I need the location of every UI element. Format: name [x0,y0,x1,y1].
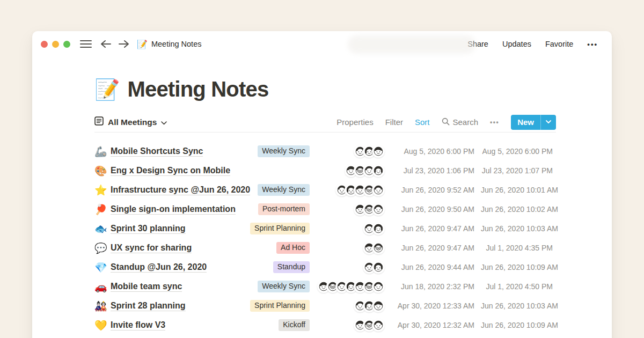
row-edited-cell[interactable]: Jun 26, 2020 10:03 AM [481,224,556,233]
row-title[interactable]: Invite flow V3 [111,320,165,330]
row-title[interactable]: Single sign-on implementation [111,204,236,215]
row-edited-cell[interactable]: Jun 26, 2020 10:02 AM [481,205,556,214]
artifact-smudge [348,35,475,54]
page-title[interactable]: Meeting Notes [127,77,268,101]
zoom-window-button[interactable] [63,41,70,48]
row-title[interactable]: Mobile Shortcuts Sync [111,146,203,157]
attendee-avatar [372,203,385,216]
row-created-cell[interactable]: Aug 5, 2020 6:00 PM [391,147,474,156]
row-attendees-cell[interactable] [316,203,385,216]
row-emoji-icon: 🎨 [94,166,111,176]
row-title[interactable]: UX sync for sharing [111,243,192,253]
row-edited-cell[interactable]: Jul 1, 2020 4:50 PM [481,282,556,291]
breadcrumb-title: Meeting Notes [151,40,202,48]
back-arrow-icon[interactable] [100,40,111,48]
row-title-cell: Sprint 30 planning [111,224,218,233]
close-window-button[interactable] [41,41,48,48]
row-created-cell[interactable]: Jun 26, 2020 9:44 AM [391,263,474,271]
view-switcher-label: All Meetings [108,117,157,127]
row-edited-cell[interactable]: Jun 26, 2020 10:03 AM [481,302,556,310]
type-tag-pill[interactable]: Sprint Planning [250,300,310,312]
row-title[interactable]: Eng x Design Sync on Mobile [111,166,230,176]
new-button-chevron-icon[interactable] [540,115,556,130]
favorite-button[interactable]: Favorite [545,40,573,48]
breadcrumb: 📝 Meeting Notes [137,39,201,49]
forward-arrow-icon[interactable] [119,40,129,48]
memo-emoji-icon: 📝 [137,39,148,49]
row-attendees-cell[interactable] [316,299,385,312]
app-window: 📝 Meeting Notes Share Updates Favorite •… [32,31,612,338]
row-edited-cell[interactable]: Jun 26, 2020 10:09 AM [481,321,556,329]
search-button[interactable]: Search [442,117,479,127]
more-options-icon[interactable]: ••• [587,40,598,48]
row-type-cell[interactable]: Weekly Sync [218,145,310,158]
type-tag-pill[interactable]: Kickoff [279,319,310,332]
type-tag-pill[interactable]: Ad Hoc [276,242,310,254]
row-created-cell[interactable]: Jun 26, 2020 9:47 AM [391,224,474,233]
new-button-label[interactable]: New [511,115,540,130]
row-title-cell: Single sign-on implementation [111,204,218,214]
table-row: 💎Standup @Jun 26, 2020StandupJun 26, 202… [94,258,556,277]
filter-button[interactable]: Filter [385,117,403,127]
row-created-cell[interactable]: Jul 23, 2020 1:06 PM [391,166,474,175]
type-tag-pill[interactable]: Standup [273,261,310,274]
row-type-cell[interactable]: Post-mortem [218,203,310,216]
minimize-window-button[interactable] [52,41,59,48]
type-tag-pill[interactable]: Sprint Planning [250,223,310,235]
row-created-cell[interactable]: Jun 26, 2020 9:47 AM [391,244,474,252]
row-emoji-icon: ⭐ [94,185,111,195]
row-type-cell[interactable]: Weekly Sync [218,281,310,293]
row-attendees-cell[interactable] [316,241,385,254]
row-emoji-icon: 🏓 [94,204,111,215]
row-attendees-cell[interactable] [316,164,385,177]
row-created-cell[interactable]: Jun 26, 2020 9:52 AM [391,186,474,194]
row-type-cell[interactable]: Sprint Planning [218,300,310,312]
row-type-cell[interactable]: Standup [218,261,310,274]
row-edited-cell[interactable]: Jul 23, 2020 1:07 PM [481,166,556,175]
row-edited-cell[interactable]: Jun 26, 2020 10:01 AM [481,186,556,194]
row-title-cell: Invite flow V3 [111,320,218,330]
properties-button[interactable]: Properties [336,117,373,127]
row-emoji-icon: 💬 [94,243,111,253]
row-created-cell[interactable]: Apr 30, 2020 12:33 AM [391,302,474,310]
row-created-cell[interactable]: Jun 18, 2020 2:32 PM [391,282,474,291]
row-attendees-cell[interactable] [316,183,385,196]
row-edited-cell[interactable]: Jul 1, 2020 4:35 PM [481,244,556,252]
row-title[interactable]: Standup @Jun 26, 2020 [111,262,207,273]
type-tag-pill[interactable]: Weekly Sync [258,281,310,293]
row-title-cell: Infrastructure sync @Jun 26, 2020 [111,185,218,195]
type-tag-pill[interactable]: Weekly Sync [258,145,310,158]
row-emoji-icon: 💎 [94,262,111,273]
updates-button[interactable]: Updates [502,40,531,48]
row-type-cell[interactable]: Weekly Sync [218,184,310,196]
row-emoji-icon: 💛 [94,320,111,330]
row-emoji-icon: 🎎 [94,301,111,311]
row-attendees-cell[interactable] [316,145,385,158]
sidebar-menu-icon[interactable] [80,40,92,48]
row-title[interactable]: Sprint 28 planning [111,301,186,311]
row-title-cell: Sprint 28 planning [111,301,218,311]
row-title[interactable]: Sprint 30 planning [111,224,186,234]
new-button[interactable]: New [511,115,556,130]
row-attendees-cell[interactable] [316,319,385,332]
type-tag-pill[interactable]: Weekly Sync [258,184,310,196]
share-button[interactable]: Share [467,40,488,48]
view-switcher[interactable]: All Meetings [94,116,167,128]
view-more-icon[interactable]: ••• [490,119,499,126]
memo-emoji-icon[interactable]: 📝 [94,79,120,100]
row-attendees-cell[interactable] [316,222,385,235]
row-type-cell[interactable]: Ad Hoc [218,242,310,254]
row-attendees-cell[interactable] [316,261,385,274]
table-row: 🚗Mobile team syncWeekly SyncJun 18, 2020… [94,277,556,296]
row-title[interactable]: Mobile team sync [111,282,182,292]
row-edited-cell[interactable]: Aug 5, 2020 6:00 PM [481,147,556,156]
row-created-cell[interactable]: Apr 30, 2020 12:32 AM [391,321,474,329]
table-row: 🦾Mobile Shortcuts SyncWeekly SyncAug 5, … [94,142,556,161]
row-type-cell[interactable]: Kickoff [218,319,310,332]
type-tag-pill[interactable]: Post-mortem [258,203,310,216]
row-attendees-cell[interactable] [316,280,385,293]
row-edited-cell[interactable]: Jun 26, 2020 10:09 AM [481,263,556,271]
row-created-cell[interactable]: Jun 26, 2020 9:50 AM [391,205,474,214]
sort-button[interactable]: Sort [415,117,430,127]
row-type-cell[interactable]: Sprint Planning [218,223,310,235]
